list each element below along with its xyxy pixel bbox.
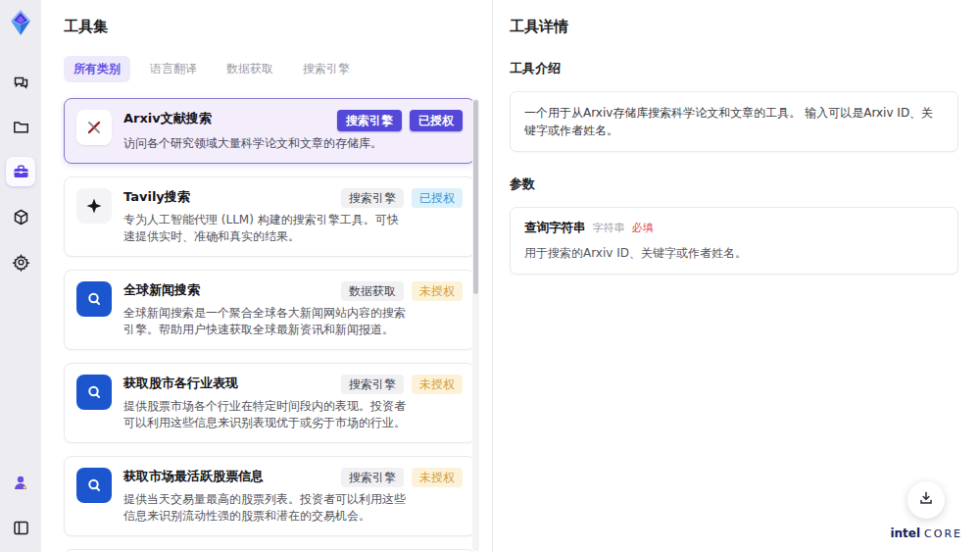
core-logo-text: CORE — [924, 527, 962, 540]
param-name: 查询字符串 — [524, 220, 586, 236]
tool-name: 获取市场最活跃股票信息 — [123, 468, 341, 485]
tab-data-acquisition[interactable]: 数据获取 — [217, 56, 283, 82]
param-description: 用于搜索的Arxiv ID、关键字或作者姓名。 — [524, 245, 944, 262]
tool-card-arxiv[interactable]: Arxiv文献搜索 搜索引擎 已授权 访问各个研究领域大量科学论文和文章的存储库… — [64, 98, 475, 164]
app-logo-icon — [6, 8, 35, 37]
category-badge: 数据获取 — [341, 281, 404, 301]
intel-core-logo: intel CORE — [890, 527, 962, 540]
params-heading: 参数 — [510, 176, 958, 193]
status-badge: 已授权 — [412, 188, 463, 208]
news-search-icon — [76, 468, 112, 503]
sidebar-item-settings[interactable] — [6, 247, 35, 276]
param-required-badge: 必填 — [632, 221, 654, 235]
category-tabs: 所有类别 语言翻译 数据获取 搜索引擎 — [64, 56, 492, 82]
news-search-icon — [76, 281, 112, 317]
tool-name: Tavily搜索 — [123, 188, 341, 206]
corner-widgets: intel CORE — [890, 481, 962, 540]
tool-list-panel: 工具集 所有类别 语言翻译 数据获取 搜索引擎 Arxiv文献搜索 搜索引擎 已… — [41, 0, 493, 552]
tool-card-global-news[interactable]: 全球新闻搜索 数据获取 未授权 全球新闻搜索是一个聚合全球各大新闻网站内容的搜索… — [64, 270, 475, 350]
cube-icon — [12, 208, 30, 226]
sidebar-item-account[interactable] — [6, 468, 35, 497]
status-badge: 已授权 — [410, 110, 463, 131]
tab-language-translation[interactable]: 语言翻译 — [140, 56, 207, 82]
tool-description: 专为人工智能代理 (LLM) 构建的搜索引擎工具。可快速提供实时、准确和真实的结… — [123, 212, 410, 245]
tab-all-categories[interactable]: 所有类别 — [64, 56, 130, 82]
tool-name: Arxiv文献搜索 — [123, 110, 337, 127]
sidebar-item-collapse[interactable] — [6, 513, 35, 542]
tool-name: 全球新闻搜索 — [123, 281, 341, 299]
app-sidebar — [0, 0, 41, 552]
tool-card-tavily[interactable]: Tavily搜索 搜索引擎 已授权 专为人工智能代理 (LLM) 构建的搜索引擎… — [64, 176, 475, 257]
tool-description: 全球新闻搜索是一个聚合全球各大新闻网站内容的搜索引擎。帮助用户快速获取全球最新资… — [123, 305, 410, 338]
intro-card: 一个用于从Arxiv存储库搜索科学论文和文章的工具。 输入可以是Arxiv ID… — [510, 91, 958, 152]
status-badge: 未授权 — [412, 281, 463, 301]
category-badge: 搜索引擎 — [341, 468, 404, 487]
user-icon — [12, 474, 29, 491]
sparkle-icon — [76, 188, 112, 224]
category-badge: 搜索引擎 — [341, 375, 404, 394]
sidebar-item-files[interactable] — [6, 112, 35, 141]
folder-icon — [12, 118, 30, 136]
download-button[interactable] — [907, 481, 945, 519]
status-badge: 未授权 — [412, 375, 463, 394]
detail-title: 工具详情 — [510, 18, 958, 36]
tool-card-list: Arxiv文献搜索 搜索引擎 已授权 访问各个研究领域大量科学论文和文章的存储库… — [64, 98, 475, 552]
tool-card-sector-performance[interactable]: 获取股市各行业表现 搜索引擎 未授权 提供股票市场各个行业在特定时间段内的表现。… — [64, 363, 475, 443]
tab-search-engine[interactable]: 搜索引擎 — [293, 56, 360, 82]
intro-heading: 工具介绍 — [510, 60, 958, 77]
intro-text: 一个用于从Arxiv存储库搜索科学论文和文章的工具。 输入可以是Arxiv ID… — [524, 104, 944, 139]
arxiv-icon — [76, 110, 112, 145]
tool-name: 获取股市各行业表现 — [123, 375, 341, 392]
briefcase-icon — [12, 163, 30, 181]
intel-logo-text: intel — [890, 527, 920, 540]
category-badge: 搜索引擎 — [337, 110, 402, 131]
category-badge: 搜索引擎 — [341, 188, 404, 208]
tool-description: 访问各个研究领域大量科学论文和文章的存储库。 — [123, 135, 410, 152]
tool-card-active-stocks[interactable]: 获取市场最活跃股票信息 搜索引擎 未授权 提供当天交易量最高的股票列表。投资者可… — [64, 456, 475, 536]
status-badge: 未授权 — [412, 468, 463, 487]
tool-description: 提供当天交易量最高的股票列表。投资者可以利用这些信息来识别流动性强的股票和潜在的… — [123, 491, 410, 525]
gear-icon — [12, 253, 30, 272]
param-card: 查询字符串 字符串 必填 用于搜索的Arxiv ID、关键字或作者姓名。 — [510, 207, 958, 275]
download-icon — [918, 490, 934, 510]
list-scrollbar[interactable] — [472, 98, 479, 551]
sidebar-item-packages[interactable] — [6, 202, 35, 231]
chat-icon — [12, 73, 30, 91]
tool-detail-panel: 工具详情 工具介绍 一个用于从Arxiv存储库搜索科学论文和文章的工具。 输入可… — [493, 0, 980, 552]
panel-toggle-icon — [12, 519, 30, 537]
sidebar-item-chat[interactable] — [6, 67, 35, 96]
page-title: 工具集 — [64, 18, 492, 36]
list-scrollbar-thumb[interactable] — [473, 100, 478, 294]
tool-description: 提供股票市场各个行业在特定时间段内的表现。投资者可以利用这些信息来识别表现优于或… — [123, 398, 410, 431]
sidebar-item-tools[interactable] — [6, 157, 35, 186]
news-search-icon — [76, 375, 112, 410]
param-type: 字符串 — [593, 221, 625, 235]
